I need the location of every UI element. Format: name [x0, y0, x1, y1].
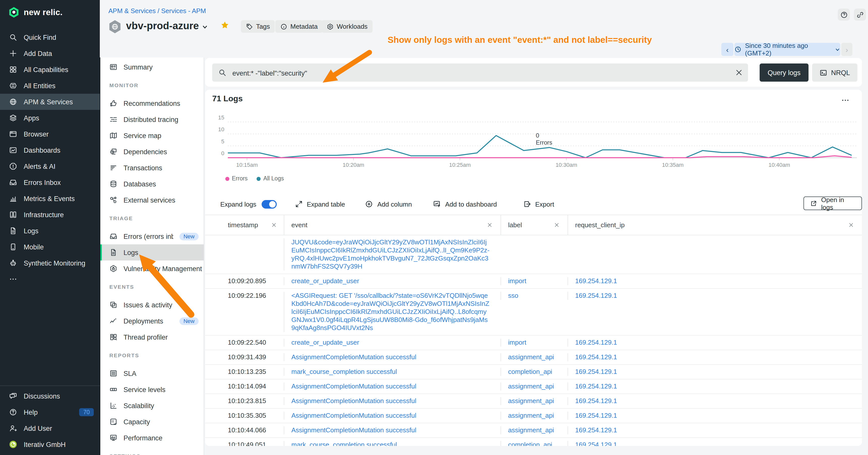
remove-column-icon[interactable]	[271, 222, 277, 228]
subnav-item-service-map[interactable]: Service map	[100, 128, 204, 143]
subnav-item-recommendations[interactable]: Recommendations	[100, 95, 204, 111]
sidebar-item-more[interactable]	[0, 271, 100, 287]
event-cell[interactable]: mark_course_completion successful	[284, 368, 500, 376]
label-cell[interactable]: assignment_api	[500, 397, 567, 405]
query-logs-button[interactable]: Query logs	[760, 64, 808, 82]
remove-column-icon[interactable]	[554, 222, 559, 228]
sidebar-item-apm-services[interactable]: APM & Services	[0, 94, 100, 110]
subnav-item-issues-activity[interactable]: Issues & activity	[100, 297, 204, 313]
table-row[interactable]: JUQVU&code=eyJraWQiOiJjcGltY29yZV8wOTl1M…	[205, 235, 862, 274]
request-client-ip-cell[interactable]: 169.254.129.1	[567, 412, 862, 420]
table-row[interactable]: 10:09:22.540create_or_update_userimport1…	[205, 335, 862, 350]
sidebar-item-infrastructure[interactable]: Infrastructure	[0, 206, 100, 223]
sidebar-footer-item-account[interactable]: Iterativ GmbH	[0, 436, 100, 453]
event-cell[interactable]: AssignmentCompletionMutation successful	[284, 426, 500, 434]
event-cell[interactable]: create_or_update_user	[284, 277, 500, 285]
subnav-item-deployments[interactable]: DeploymentsNew	[100, 313, 204, 329]
table-row[interactable]: 10:10:35.305AssignmentCompletionMutation…	[205, 409, 862, 423]
table-row[interactable]: 10:10:13.235mark_course_completion succe…	[205, 365, 862, 380]
sidebar-footer-item-help[interactable]: Help70	[0, 404, 100, 420]
request-client-ip-cell[interactable]: 169.254.129.1	[567, 397, 862, 405]
subnav-item-service-levels[interactable]: Service levels	[100, 382, 204, 397]
table-row[interactable]: 10:09:20.895create_or_update_userimport1…	[205, 274, 862, 289]
request-client-ip-cell[interactable]: 169.254.129.1	[567, 383, 862, 390]
add-column-button[interactable]: Add column	[365, 200, 412, 208]
table-row[interactable]: 10:10:23.815AssignmentCompletionMutation…	[205, 394, 862, 409]
subnav-item-logs[interactable]: Logs	[100, 245, 204, 260]
metadata-button[interactable]: Metadata	[275, 20, 322, 33]
column-header-timestamp[interactable]: timestamp	[224, 215, 284, 235]
sidebar-item-all-capabilities[interactable]: All Capabilities	[0, 62, 100, 77]
expand-table-button[interactable]: Expand table	[294, 200, 345, 208]
time-picker-prev-button[interactable]: ‹	[721, 43, 734, 56]
subnav-item-vulnerability-management[interactable]: Vulnerability Management	[100, 260, 204, 277]
label-cell[interactable]: import	[500, 338, 567, 347]
event-cell[interactable]: AssignmentCompletionMutation successful	[284, 412, 500, 420]
sidebar-item-dashboards[interactable]: Dashboards	[0, 142, 100, 158]
table-row[interactable]: 10:09:31.439AssignmentCompletionMutation…	[205, 350, 862, 365]
sidebar-item-quick-find[interactable]: Quick Find	[0, 29, 100, 45]
subnav-item-scalability[interactable]: Scalability	[100, 397, 204, 414]
clear-search-icon[interactable]	[735, 68, 743, 76]
export-button[interactable]: Export	[523, 200, 554, 208]
label-cell[interactable]: assignment_api	[500, 426, 567, 434]
nrql-button[interactable]: NRQL	[812, 64, 858, 82]
column-header-request_client_ip[interactable]: request_client_ip	[567, 215, 862, 235]
logs-search-input[interactable]	[231, 64, 733, 83]
event-cell[interactable]: AssignmentCompletionMutation successful	[284, 383, 500, 390]
entity-name-dropdown[interactable]: vbv-prod-azure	[126, 20, 209, 32]
sidebar-item-errors-inbox[interactable]: Errors Inbox	[0, 174, 100, 191]
request-client-ip-cell[interactable]: 169.254.129.1	[567, 292, 862, 300]
label-cell[interactable]: assignment_api	[500, 383, 567, 390]
label-cell[interactable]: completion_api	[500, 441, 567, 446]
sidebar-item-add-data[interactable]: Add Data	[0, 45, 100, 62]
request-client-ip-cell[interactable]: 169.254.129.1	[567, 338, 862, 347]
tags-button[interactable]: Tags	[241, 20, 275, 33]
toggle-on-icon[interactable]	[261, 200, 277, 208]
sidebar-item-logs[interactable]: Logs	[0, 223, 100, 239]
sidebar-item-synthetic-monitoring[interactable]: Synthetic Monitoring	[0, 255, 100, 271]
subnav-item-errors-inbox[interactable]: Errors (errors inb...New	[100, 228, 204, 245]
label-cell[interactable]: import	[500, 277, 567, 285]
subnav-item-sla[interactable]: SLA	[100, 365, 204, 382]
label-cell[interactable]: sso	[500, 292, 567, 300]
label-cell[interactable]: completion_api	[500, 368, 567, 376]
time-picker-dropdown[interactable]: Since 30 minutes ago (GMT+2)	[735, 43, 840, 56]
subnav-item-distributed-tracing[interactable]: Distributed tracing	[100, 111, 204, 128]
subnav-item-databases[interactable]: Databases	[100, 176, 204, 192]
sidebar-item-mobile[interactable]: Mobile	[0, 239, 100, 255]
open-in-logs-button[interactable]: Open in logs	[804, 196, 862, 210]
new-relic-logo[interactable]: new relic.	[0, 0, 100, 18]
breadcrumb-services-apm[interactable]: Services - APM	[161, 7, 206, 14]
sidebar-item-metrics-events[interactable]: Metrics & Events	[0, 191, 100, 206]
remove-column-icon[interactable]	[487, 222, 493, 228]
add-to-dashboard-button[interactable]: Add to dashboard	[433, 200, 497, 208]
sidebar-item-apps[interactable]: Apps	[0, 110, 100, 126]
legend-item-all-logs[interactable]: All Logs	[257, 175, 284, 182]
event-cell[interactable]: mark_course_completion successful	[284, 441, 500, 446]
subnav-item-transactions[interactable]: Transactions	[100, 160, 204, 176]
label-cell[interactable]: assignment_api	[500, 353, 567, 361]
remove-column-icon[interactable]	[848, 222, 854, 228]
request-client-ip-cell[interactable]: 169.254.129.1	[567, 277, 862, 285]
table-row[interactable]: 10:10:44.066AssignmentCompletionMutation…	[205, 423, 862, 438]
expand-logs-toggle[interactable]: Expand logs	[220, 200, 277, 208]
event-cell[interactable]: JUQVU&code=eyJraWQiOiJjcGltY29yZV8wOTl1M…	[284, 238, 500, 270]
sidebar-footer-item-add-user[interactable]: Add User	[0, 420, 100, 436]
table-row[interactable]: 10:10:14.094AssignmentCompletionMutation…	[205, 380, 862, 394]
request-client-ip-cell[interactable]: 169.254.129.1	[567, 368, 862, 376]
event-cell[interactable]: <ASGIRequest: GET '/sso/callback/?state=…	[284, 292, 500, 332]
help-button[interactable]	[838, 8, 850, 21]
sidebar-item-browser[interactable]: Browser	[0, 126, 100, 142]
table-row[interactable]: 10:09:22.196<ASGIRequest: GET '/sso/call…	[205, 289, 862, 335]
event-cell[interactable]: create_or_update_user	[284, 338, 500, 347]
request-client-ip-cell[interactable]: 169.254.129.1	[567, 426, 862, 434]
column-header-label[interactable]: label	[500, 215, 567, 235]
event-cell[interactable]: AssignmentCompletionMutation successful	[284, 397, 500, 405]
subnav-item-capacity[interactable]: Capacity	[100, 414, 204, 430]
sidebar-item-alerts-ai[interactable]: Alerts & AI	[0, 158, 100, 174]
event-cell[interactable]: AssignmentCompletionMutation successful	[284, 353, 500, 361]
breadcrumb-apm-services[interactable]: APM & Services	[108, 7, 156, 14]
subnav-item-performance[interactable]: Performance	[100, 430, 204, 446]
favorite-star-icon[interactable]	[220, 21, 229, 30]
